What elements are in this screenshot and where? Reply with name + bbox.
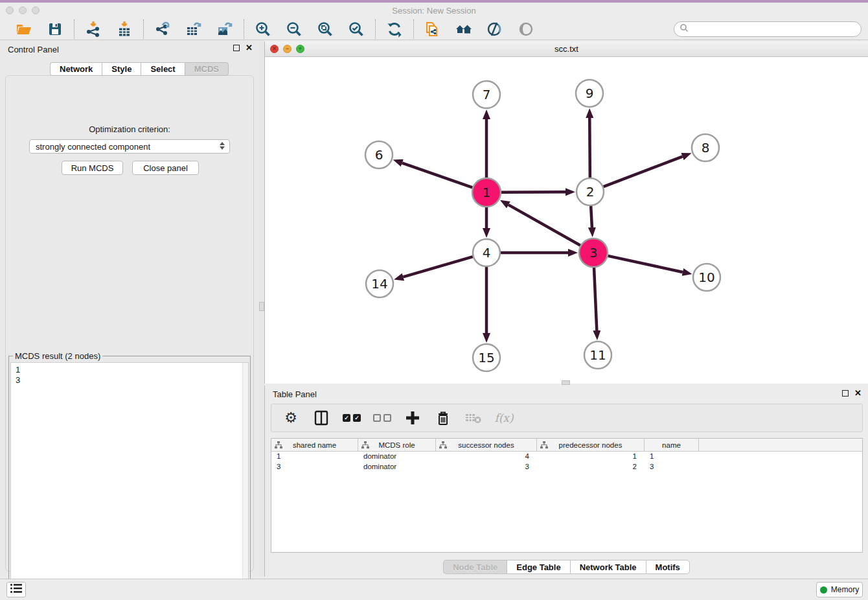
graph-node-3[interactable]: 3: [579, 238, 608, 267]
table-toolbar: ⚙ ✓✓ f(x): [271, 404, 863, 432]
cell-predecessor-nodes[interactable]: 1: [537, 452, 645, 462]
close-table-panel-icon[interactable]: ✕: [854, 390, 862, 397]
export-network-button[interactable]: [154, 20, 172, 38]
network-graph[interactable]: 7968124314101511: [265, 57, 868, 384]
tab-select[interactable]: Select: [141, 62, 184, 76]
function-builder-button[interactable]: f(x): [496, 410, 512, 426]
delete-row-button[interactable]: [435, 410, 451, 426]
graph-node-6[interactable]: 6: [365, 141, 393, 168]
control-panel-title: Control Panel: [8, 45, 59, 54]
control-panel: Control Panel ✕ Network Style Select MCD…: [0, 40, 259, 577]
graph-node-label: 8: [702, 140, 710, 156]
graph-node-label: 15: [478, 350, 494, 365]
cell-shared-name[interactable]: 1: [271, 452, 358, 462]
close-panel-button[interactable]: Close panel: [132, 161, 199, 175]
graph-edge-1-6[interactable]: [402, 163, 472, 188]
table-options-button[interactable]: ⚙: [282, 410, 299, 426]
tab-network[interactable]: Network: [50, 62, 102, 76]
graph-node-9[interactable]: 9: [576, 80, 603, 107]
refresh-view-button[interactable]: [385, 20, 404, 38]
zoom-in-button[interactable]: [254, 20, 272, 38]
status-list-button[interactable]: [6, 582, 26, 597]
zoom-out-button[interactable]: [285, 20, 303, 38]
vertical-splitter[interactable]: [259, 40, 264, 577]
export-table-button[interactable]: [185, 20, 203, 38]
graph-node-15[interactable]: 15: [473, 344, 500, 371]
table-row[interactable]: 1 dominator 4 1 1: [271, 452, 862, 462]
graph-node-10[interactable]: 10: [693, 264, 720, 291]
cell-successor-nodes[interactable]: 4: [436, 452, 537, 462]
tab-motifs[interactable]: Motifs: [646, 560, 690, 574]
duplicate-network-button[interactable]: [424, 20, 442, 38]
attribute-type-icon: [439, 441, 447, 450]
graph-node-1[interactable]: 1: [472, 178, 501, 207]
delete-table-button[interactable]: [465, 410, 482, 426]
tab-mcds[interactable]: MCDS: [185, 62, 229, 76]
export-image-button[interactable]: [216, 20, 234, 38]
import-network-button[interactable]: [84, 20, 102, 38]
import-table-button[interactable]: [115, 20, 133, 38]
graph-node-label: 9: [586, 86, 594, 101]
cell-mcds-role[interactable]: dominator: [358, 462, 436, 472]
show-hide-button[interactable]: [517, 20, 535, 38]
column-header-successor-nodes[interactable]: successor nodes: [436, 439, 537, 451]
horizontal-splitter-handle[interactable]: [562, 380, 570, 385]
tab-style[interactable]: Style: [102, 62, 141, 76]
cell-name[interactable]: 1: [645, 452, 699, 462]
show-column-button[interactable]: [313, 410, 330, 426]
column-header-predecessor-nodes[interactable]: predecessor nodes: [537, 439, 645, 451]
cell-predecessor-nodes[interactable]: 2: [537, 462, 645, 472]
graph-node-label: 6: [375, 147, 383, 163]
float-table-panel-icon[interactable]: [842, 390, 849, 397]
column-header-mcds-role[interactable]: MCDS role: [358, 439, 436, 451]
open-folder-icon: [16, 21, 32, 38]
zoom-selected-button[interactable]: [347, 20, 365, 38]
graph-node-8[interactable]: 8: [692, 134, 719, 161]
graph-edge-2-9[interactable]: [589, 118, 590, 178]
network-window-titlebar[interactable]: ✕ − + scc.txt: [265, 41, 868, 57]
graph-edge-2-3[interactable]: [591, 206, 592, 227]
cell-shared-name[interactable]: 3: [271, 462, 358, 472]
graph-node-2[interactable]: 2: [577, 178, 604, 205]
deselect-all-button[interactable]: [374, 410, 391, 426]
search-box[interactable]: [674, 21, 862, 37]
zoom-fit-button[interactable]: [316, 20, 334, 38]
tab-network-table[interactable]: Network Table: [570, 560, 646, 574]
graph-edge-3-11[interactable]: [594, 268, 597, 330]
graph-edge-4-14[interactable]: [403, 257, 472, 277]
search-input[interactable]: [689, 23, 861, 36]
graph-node-4[interactable]: 4: [473, 239, 500, 266]
home-button[interactable]: [455, 20, 473, 38]
optimization-criterion-select[interactable]: strongly connected component: [29, 139, 230, 154]
graph-node-11[interactable]: 11: [584, 341, 611, 369]
mcds-result-textarea[interactable]: 1 3: [10, 362, 249, 600]
graph-node-14[interactable]: 14: [366, 270, 393, 297]
graph-edge-2-8[interactable]: [604, 157, 683, 187]
tab-edge-table[interactable]: Edge Table: [507, 560, 569, 574]
column-header-name[interactable]: name: [645, 439, 699, 451]
cell-mcds-role[interactable]: dominator: [358, 452, 436, 462]
export-image-icon: [216, 21, 233, 38]
cell-name[interactable]: 3: [645, 462, 699, 472]
result-scrollbar[interactable]: [242, 363, 248, 600]
float-panel-icon[interactable]: [233, 45, 240, 51]
open-file-button[interactable]: [15, 20, 33, 38]
select-all-button[interactable]: ✓✓: [343, 410, 360, 426]
cell-successor-nodes[interactable]: 3: [436, 462, 537, 472]
column-header-shared-name[interactable]: shared name: [271, 439, 358, 451]
graph-edge-1-2[interactable]: [501, 192, 565, 192]
close-panel-icon[interactable]: ✕: [246, 45, 253, 51]
tab-node-table[interactable]: Node Table: [443, 560, 507, 574]
table-row[interactable]: 3 dominator 3 2 3: [271, 462, 862, 472]
splitter-handle[interactable]: [259, 302, 264, 311]
run-mcds-button[interactable]: Run MCDS: [62, 161, 123, 175]
save-session-button[interactable]: [46, 20, 64, 38]
memory-button[interactable]: Memory: [816, 582, 863, 597]
graph-edge-3-10[interactable]: [608, 256, 682, 272]
graph-node-7[interactable]: 7: [473, 81, 500, 108]
add-row-button[interactable]: [404, 410, 421, 426]
result-line: 3: [16, 375, 20, 385]
graph-edge-3-1[interactable]: [508, 205, 580, 246]
network-canvas[interactable]: 7968124314101511: [265, 57, 868, 384]
toggle-graphics-details-button[interactable]: [486, 20, 504, 38]
